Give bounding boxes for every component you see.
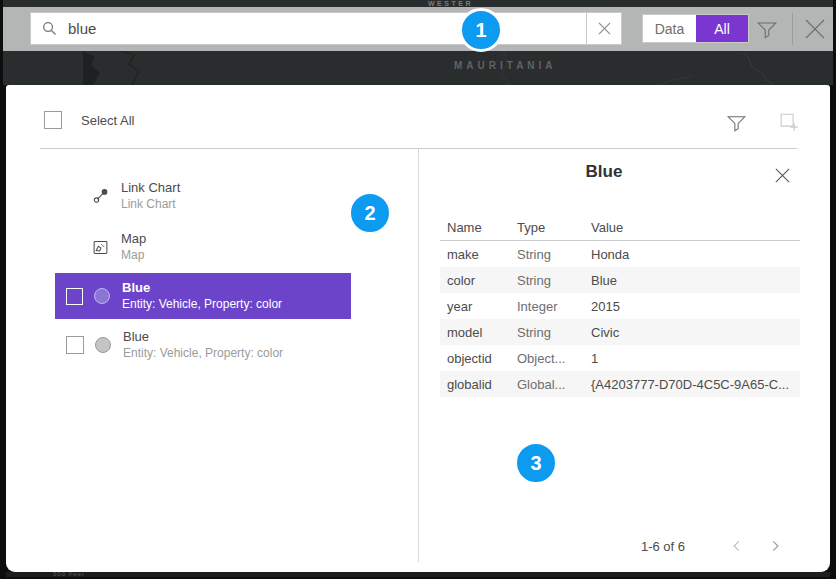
add-selection-icon <box>778 111 800 133</box>
table-row: year Integer 2015 <box>440 293 800 319</box>
pagination-next-button[interactable] <box>765 536 785 556</box>
list-detail-divider <box>418 149 419 562</box>
select-all-row: Select All <box>44 111 134 129</box>
app-window: WESTER Data All <box>0 0 836 579</box>
result-title: Link Chart <box>121 180 180 196</box>
annotation-badge-1: 1 <box>459 8 503 52</box>
funnel-icon <box>726 112 747 133</box>
table-row: objectid Object... 1 <box>440 345 800 371</box>
result-subtitle: Entity: Vehicle, Property: color <box>123 345 283 361</box>
result-title: Map <box>121 231 146 247</box>
entity-point-icon <box>94 288 110 304</box>
map-label-western-sahara: WESTER <box>428 0 473 7</box>
chevron-right-icon <box>768 539 782 553</box>
search-box[interactable] <box>30 12 587 45</box>
result-item-map[interactable]: Map Map <box>55 221 351 273</box>
result-item-blue[interactable]: Blue Entity: Vehicle, Property: color <box>55 321 351 369</box>
close-x-icon <box>804 18 826 40</box>
clear-x-icon <box>598 22 611 35</box>
attribute-table-header: Name Type Value <box>440 215 800 239</box>
pagination-prev-button[interactable] <box>727 536 747 556</box>
clear-search-button[interactable] <box>586 12 622 45</box>
pagination-label: 1-6 of 6 <box>641 539 685 554</box>
result-subtitle: Entity: Vehicle, Property: color <box>122 296 282 312</box>
scope-all-button[interactable]: All <box>696 15 748 42</box>
cell-type: Integer <box>517 299 591 314</box>
result-checkbox[interactable] <box>66 336 84 354</box>
column-header-name: Name <box>447 220 517 235</box>
link-chart-icon <box>92 186 109 206</box>
cell-value: Blue <box>591 273 800 288</box>
toolbar-divider <box>792 13 793 45</box>
funnel-icon <box>756 18 778 40</box>
cell-type: String <box>517 273 591 288</box>
cell-type: Global... <box>517 377 591 392</box>
cell-type: Object... <box>517 351 591 366</box>
table-row: make String Honda <box>440 241 800 267</box>
search-input[interactable] <box>58 13 586 44</box>
result-item-link-chart[interactable]: Link Chart Link Chart <box>55 170 351 222</box>
search-icon <box>41 20 58 37</box>
result-title: Blue <box>122 280 282 296</box>
chevron-left-icon <box>730 539 744 553</box>
result-subtitle: Map <box>121 247 146 263</box>
cell-name: make <box>447 247 517 262</box>
map-borders-graphic <box>3 51 833 85</box>
close-x-icon <box>774 167 791 184</box>
map-strip-top: WESTER <box>3 0 833 7</box>
cell-name: model <box>447 325 517 340</box>
result-subtitle: Link Chart <box>121 196 180 212</box>
cell-value: Civic <box>591 325 800 340</box>
annotation-badge-2: 2 <box>348 191 392 235</box>
map-label-mauritania: MAURITANIA <box>454 60 557 71</box>
cell-type: String <box>517 325 591 340</box>
toolbar-filter-button[interactable] <box>751 14 783 44</box>
table-row: globalid Global... {A4203777-D70D-4C5C-9… <box>440 371 800 397</box>
close-search-button[interactable] <box>798 13 832 45</box>
cell-value: 2015 <box>591 299 800 314</box>
table-row: model String Civic <box>440 319 800 345</box>
cell-value: 1 <box>591 351 800 366</box>
scope-data-button[interactable]: Data <box>643 15 696 42</box>
result-item-blue-selected[interactable]: Blue Entity: Vehicle, Property: color <box>55 273 351 319</box>
search-toolbar: Data All <box>3 7 833 51</box>
map-icon <box>92 238 109 257</box>
select-all-checkbox[interactable] <box>44 111 62 129</box>
map-scale-label: 500 Feet <box>53 572 85 577</box>
detail-close-button[interactable] <box>774 163 798 187</box>
table-row: color String Blue <box>440 267 800 293</box>
cell-name: year <box>447 299 517 314</box>
select-all-label: Select All <box>81 113 134 128</box>
cell-value: Honda <box>591 247 800 262</box>
annotation-badge-3: 3 <box>514 441 558 485</box>
search-results-panel: Select All <box>6 85 830 572</box>
cell-value: {A4203777-D70D-4C5C-9A65-C... <box>591 377 800 392</box>
results-filter-button[interactable] <box>726 109 752 135</box>
cell-name: objectid <box>447 351 517 366</box>
add-selection-button[interactable] <box>778 109 804 135</box>
cell-name: globalid <box>447 377 517 392</box>
search-scope-toggle: Data All <box>642 14 749 43</box>
cell-name: color <box>447 273 517 288</box>
detail-title: Blue <box>418 162 790 182</box>
pagination: 1-6 of 6 <box>641 535 785 557</box>
cell-type: String <box>517 247 591 262</box>
checkbox-spacer <box>66 188 82 204</box>
result-title: Blue <box>123 329 283 345</box>
map-strip-bottom: 500 Feet <box>6 572 830 577</box>
entity-point-icon <box>95 337 111 353</box>
checkbox-spacer <box>66 239 82 255</box>
column-header-value: Value <box>591 220 800 235</box>
column-header-type: Type <box>517 220 591 235</box>
result-checkbox[interactable] <box>66 288 83 305</box>
attribute-table: make String Honda color String Blue year… <box>440 241 800 397</box>
map-strip-middle: MAURITANIA <box>3 51 833 85</box>
